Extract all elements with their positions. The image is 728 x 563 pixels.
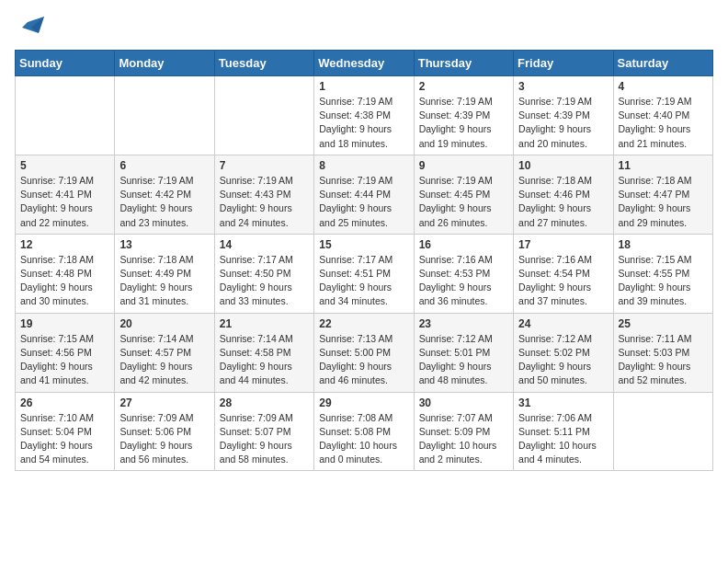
day-number: 4: [619, 80, 708, 93]
header-row: SundayMondayTuesdayWednesdayThursdayFrid…: [16, 51, 713, 76]
day-number: 8: [319, 159, 408, 172]
calendar-cell: 10Sunrise: 7:18 AM Sunset: 4:46 PM Dayli…: [514, 155, 613, 234]
calendar-cell: 8Sunrise: 7:19 AM Sunset: 4:44 PM Daylig…: [314, 155, 414, 234]
calendar-cell: 26Sunrise: 7:10 AM Sunset: 5:04 PM Dayli…: [16, 392, 115, 471]
day-number: 15: [319, 238, 408, 251]
day-number: 27: [119, 396, 209, 409]
day-info: Sunrise: 7:12 AM Sunset: 5:01 PM Dayligh…: [419, 332, 508, 388]
day-header-tuesday: Tuesday: [214, 51, 313, 76]
day-info: Sunrise: 7:18 AM Sunset: 4:49 PM Dayligh…: [119, 253, 209, 309]
day-info: Sunrise: 7:19 AM Sunset: 4:38 PM Dayligh…: [319, 95, 408, 151]
day-info: Sunrise: 7:19 AM Sunset: 4:44 PM Dayligh…: [319, 174, 408, 230]
day-number: 11: [619, 159, 708, 172]
day-info: Sunrise: 7:09 AM Sunset: 5:07 PM Dayligh…: [220, 411, 309, 467]
day-number: 2: [419, 80, 508, 93]
day-info: Sunrise: 7:14 AM Sunset: 4:58 PM Dayligh…: [220, 332, 309, 388]
page-header: [15, 15, 713, 40]
day-number: 22: [319, 317, 408, 330]
week-row-4: 19Sunrise: 7:15 AM Sunset: 4:56 PM Dayli…: [16, 313, 713, 392]
calendar-cell: 28Sunrise: 7:09 AM Sunset: 5:07 PM Dayli…: [214, 392, 313, 471]
day-info: Sunrise: 7:10 AM Sunset: 5:04 PM Dayligh…: [20, 411, 109, 467]
day-number: 7: [220, 159, 309, 172]
day-number: 12: [20, 238, 109, 251]
day-info: Sunrise: 7:19 AM Sunset: 4:42 PM Dayligh…: [119, 174, 209, 230]
week-row-5: 26Sunrise: 7:10 AM Sunset: 5:04 PM Dayli…: [16, 392, 713, 471]
day-header-sunday: Sunday: [16, 51, 115, 76]
day-number: 16: [419, 238, 508, 251]
day-info: Sunrise: 7:19 AM Sunset: 4:43 PM Dayligh…: [220, 174, 309, 230]
week-row-3: 12Sunrise: 7:18 AM Sunset: 4:48 PM Dayli…: [16, 234, 713, 313]
calendar-cell: 18Sunrise: 7:15 AM Sunset: 4:55 PM Dayli…: [613, 234, 712, 313]
calendar-cell: 31Sunrise: 7:06 AM Sunset: 5:11 PM Dayli…: [514, 392, 613, 471]
day-info: Sunrise: 7:17 AM Sunset: 4:51 PM Dayligh…: [319, 253, 408, 309]
day-info: Sunrise: 7:19 AM Sunset: 4:39 PM Dayligh…: [419, 95, 508, 151]
day-number: 24: [518, 317, 608, 330]
calendar-cell: 3Sunrise: 7:19 AM Sunset: 4:39 PM Daylig…: [514, 76, 613, 155]
calendar-cell: 30Sunrise: 7:07 AM Sunset: 5:09 PM Dayli…: [414, 392, 513, 471]
week-row-2: 5Sunrise: 7:19 AM Sunset: 4:41 PM Daylig…: [16, 155, 713, 234]
day-info: Sunrise: 7:16 AM Sunset: 4:54 PM Dayligh…: [518, 253, 608, 309]
day-info: Sunrise: 7:16 AM Sunset: 4:53 PM Dayligh…: [419, 253, 508, 309]
calendar-cell: 25Sunrise: 7:11 AM Sunset: 5:03 PM Dayli…: [613, 313, 712, 392]
calendar-cell: 14Sunrise: 7:17 AM Sunset: 4:50 PM Dayli…: [214, 234, 313, 313]
day-info: Sunrise: 7:08 AM Sunset: 5:08 PM Dayligh…: [319, 411, 408, 467]
day-info: Sunrise: 7:19 AM Sunset: 4:41 PM Dayligh…: [20, 174, 109, 230]
day-header-wednesday: Wednesday: [314, 51, 414, 76]
day-header-friday: Friday: [514, 51, 613, 76]
day-info: Sunrise: 7:14 AM Sunset: 4:57 PM Dayligh…: [119, 332, 209, 388]
logo: [15, 15, 44, 40]
day-info: Sunrise: 7:12 AM Sunset: 5:02 PM Dayligh…: [518, 332, 608, 388]
day-number: 14: [220, 238, 309, 251]
day-info: Sunrise: 7:07 AM Sunset: 5:09 PM Dayligh…: [419, 411, 508, 467]
day-info: Sunrise: 7:15 AM Sunset: 4:55 PM Dayligh…: [619, 253, 708, 309]
calendar-cell: 11Sunrise: 7:18 AM Sunset: 4:47 PM Dayli…: [613, 155, 712, 234]
calendar-cell: 29Sunrise: 7:08 AM Sunset: 5:08 PM Dayli…: [314, 392, 414, 471]
calendar-cell: 15Sunrise: 7:17 AM Sunset: 4:51 PM Dayli…: [314, 234, 414, 313]
calendar-cell: 6Sunrise: 7:19 AM Sunset: 4:42 PM Daylig…: [115, 155, 214, 234]
logo-icon: [18, 15, 44, 40]
calendar-cell: 1Sunrise: 7:19 AM Sunset: 4:38 PM Daylig…: [314, 76, 414, 155]
calendar-cell: 12Sunrise: 7:18 AM Sunset: 4:48 PM Dayli…: [16, 234, 115, 313]
calendar-table: SundayMondayTuesdayWednesdayThursdayFrid…: [15, 50, 713, 471]
day-info: Sunrise: 7:19 AM Sunset: 4:45 PM Dayligh…: [419, 174, 508, 230]
calendar-cell: [214, 76, 313, 155]
day-info: Sunrise: 7:19 AM Sunset: 4:40 PM Dayligh…: [619, 95, 708, 151]
day-number: 13: [119, 238, 209, 251]
day-number: 6: [119, 159, 209, 172]
day-number: 21: [220, 317, 309, 330]
day-header-thursday: Thursday: [414, 51, 513, 76]
day-number: 10: [518, 159, 608, 172]
day-number: 9: [419, 159, 508, 172]
day-info: Sunrise: 7:19 AM Sunset: 4:39 PM Dayligh…: [518, 95, 608, 151]
day-number: 5: [20, 159, 109, 172]
day-info: Sunrise: 7:06 AM Sunset: 5:11 PM Dayligh…: [518, 411, 608, 467]
day-header-monday: Monday: [115, 51, 214, 76]
day-info: Sunrise: 7:11 AM Sunset: 5:03 PM Dayligh…: [619, 332, 708, 388]
day-number: 1: [319, 80, 408, 93]
day-number: 29: [319, 396, 408, 409]
day-header-saturday: Saturday: [613, 51, 712, 76]
day-info: Sunrise: 7:18 AM Sunset: 4:48 PM Dayligh…: [20, 253, 109, 309]
day-info: Sunrise: 7:17 AM Sunset: 4:50 PM Dayligh…: [220, 253, 309, 309]
day-number: 17: [518, 238, 608, 251]
day-number: 30: [419, 396, 508, 409]
calendar-cell: 4Sunrise: 7:19 AM Sunset: 4:40 PM Daylig…: [613, 76, 712, 155]
calendar-cell: 16Sunrise: 7:16 AM Sunset: 4:53 PM Dayli…: [414, 234, 513, 313]
week-row-1: 1Sunrise: 7:19 AM Sunset: 4:38 PM Daylig…: [16, 76, 713, 155]
calendar-cell: 22Sunrise: 7:13 AM Sunset: 5:00 PM Dayli…: [314, 313, 414, 392]
day-info: Sunrise: 7:13 AM Sunset: 5:00 PM Dayligh…: [319, 332, 408, 388]
day-number: 28: [220, 396, 309, 409]
calendar-cell: [613, 392, 712, 471]
calendar-cell: 5Sunrise: 7:19 AM Sunset: 4:41 PM Daylig…: [16, 155, 115, 234]
day-number: 20: [119, 317, 209, 330]
day-number: 31: [518, 396, 608, 409]
calendar-cell: 20Sunrise: 7:14 AM Sunset: 4:57 PM Dayli…: [115, 313, 214, 392]
calendar-cell: 27Sunrise: 7:09 AM Sunset: 5:06 PM Dayli…: [115, 392, 214, 471]
calendar-cell: 13Sunrise: 7:18 AM Sunset: 4:49 PM Dayli…: [115, 234, 214, 313]
day-number: 3: [518, 80, 608, 93]
calendar-cell: 9Sunrise: 7:19 AM Sunset: 4:45 PM Daylig…: [414, 155, 513, 234]
day-info: Sunrise: 7:15 AM Sunset: 4:56 PM Dayligh…: [20, 332, 109, 388]
calendar-cell: 7Sunrise: 7:19 AM Sunset: 4:43 PM Daylig…: [214, 155, 313, 234]
calendar-cell: 17Sunrise: 7:16 AM Sunset: 4:54 PM Dayli…: [514, 234, 613, 313]
day-info: Sunrise: 7:18 AM Sunset: 4:46 PM Dayligh…: [518, 174, 608, 230]
